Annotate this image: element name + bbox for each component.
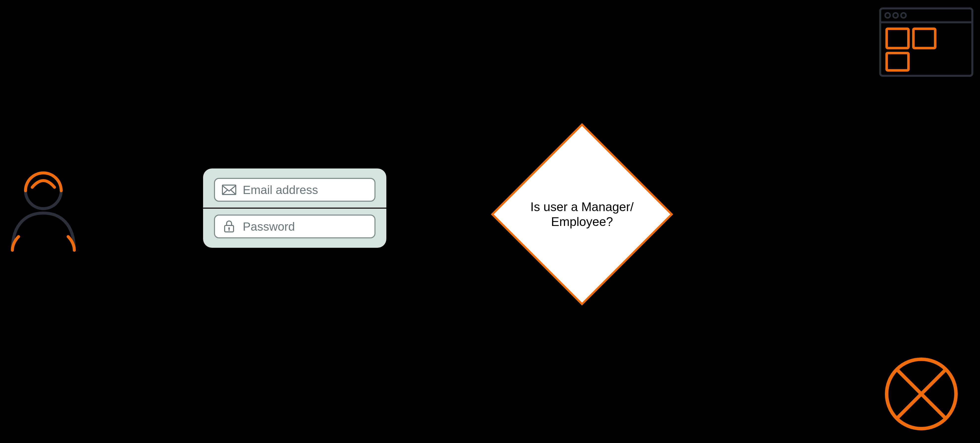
- svg-point-9: [885, 13, 890, 18]
- svg-rect-13: [913, 29, 935, 48]
- svg-line-3: [231, 190, 236, 194]
- svg-rect-14: [887, 53, 908, 70]
- envelope-icon: [222, 185, 236, 195]
- circle-cross-icon: [884, 357, 958, 431]
- password-field-label: Password: [243, 220, 295, 233]
- login-form-node: Email address Password: [203, 169, 387, 248]
- email-field: Email address: [214, 178, 375, 202]
- app-window-icon: [879, 8, 973, 77]
- user-icon: [8, 171, 79, 253]
- flow-diagram: Email address Password Is user a Manager…: [0, 0, 980, 443]
- svg-point-10: [893, 13, 898, 18]
- password-field: Password: [214, 215, 375, 238]
- svg-line-2: [223, 190, 228, 194]
- svg-rect-7: [880, 8, 972, 76]
- svg-rect-12: [887, 29, 908, 48]
- email-field-label: Email address: [243, 183, 318, 197]
- svg-point-11: [901, 13, 906, 18]
- lock-icon: [222, 220, 236, 233]
- decision-diamond: Is user a Manager/ Employee?: [518, 150, 646, 279]
- decision-text: Is user a Manager/ Employee?: [518, 150, 646, 279]
